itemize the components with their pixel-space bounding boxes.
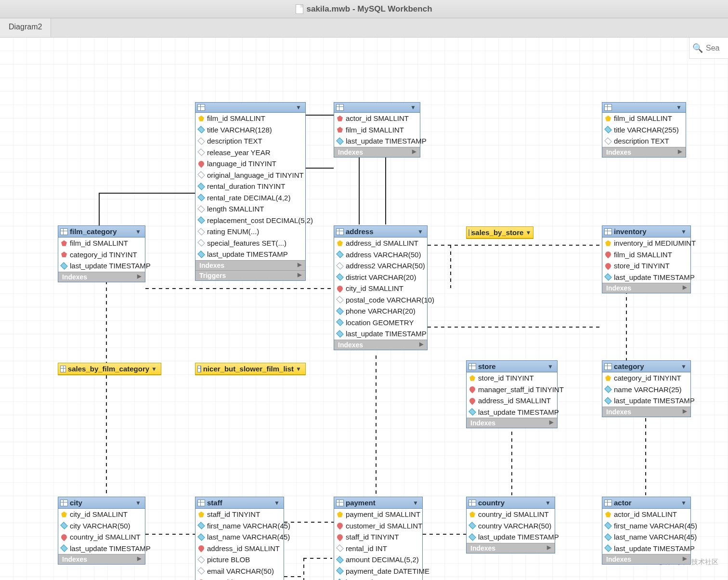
column-row[interactable]: last_update TIMESTAMP	[58, 260, 145, 272]
column-row[interactable]: address2 VARCHAR(50)	[334, 260, 427, 272]
entity-film[interactable]: ▼film_id SMALLINTtitle VARCHAR(128)descr…	[195, 102, 306, 281]
column-row[interactable]: country_id SMALLINT	[58, 531, 145, 543]
entity-header[interactable]: store▼	[467, 361, 557, 372]
entity-header[interactable]: country▼	[467, 497, 555, 509]
entity-country[interactable]: country▼country_id SMALLINTcountry VARCH…	[466, 497, 555, 554]
column-row[interactable]: store_id TINYINT	[467, 372, 557, 384]
column-row[interactable]: film_id SMALLINT	[334, 124, 420, 136]
entity-header[interactable]: ▼	[602, 103, 686, 113]
section-indexes[interactable]: Indexes▶	[58, 272, 145, 282]
column-row[interactable]: film_id SMALLINT	[602, 249, 690, 261]
entity-film_actor_top[interactable]: ▼actor_id SMALLINTfilm_id SMALLINTlast_u…	[334, 102, 420, 158]
section-indexes[interactable]: Indexes▶	[602, 407, 690, 417]
entity-category[interactable]: category▼category_id TINYINTname VARCHAR…	[602, 360, 691, 417]
section-triggers[interactable]: Triggers▶	[195, 270, 305, 280]
column-row[interactable]: address_id SMALLINT	[195, 543, 284, 554]
column-row[interactable]: rental_id INT	[334, 543, 422, 554]
column-row[interactable]: actor_id SMALLINT	[602, 509, 690, 520]
section-indexes[interactable]: Indexes▶	[334, 340, 427, 350]
er-canvas[interactable]: @稀土掘金技术社区 film_category▼film_id SMALLINT…	[0, 38, 728, 580]
column-row[interactable]: inventory_id MEDIUMINT	[602, 237, 690, 249]
column-row[interactable]: payment_id SMALLINT	[334, 509, 422, 520]
entity-header[interactable]: category▼	[602, 361, 690, 372]
column-row[interactable]: first_name VARCHAR(45)	[195, 520, 284, 532]
section-indexes[interactable]: Indexes▶	[467, 543, 555, 553]
column-row[interactable]: first_name VARCHAR(45)	[602, 520, 690, 532]
entity-header[interactable]: ▼	[334, 103, 420, 113]
column-row[interactable]: category_id TINYINT	[602, 372, 690, 384]
column-row[interactable]: last_update TIMESTAMP	[58, 543, 145, 554]
column-row[interactable]: postal_code VARCHAR(10)	[334, 294, 427, 306]
entity-header[interactable]: staff▼	[195, 497, 284, 509]
column-row[interactable]: last_update TIMESTAMP	[467, 531, 555, 543]
column-row[interactable]: last_name VARCHAR(45)	[602, 531, 690, 543]
section-indexes[interactable]: Indexes▶	[602, 283, 690, 293]
column-row[interactable]: picture BLOB	[195, 554, 284, 566]
column-row[interactable]: store_id TINYINT	[195, 577, 284, 580]
column-row[interactable]: staff_id TINYINT	[195, 509, 284, 520]
column-row[interactable]: address VARCHAR(50)	[334, 249, 427, 261]
search-input[interactable]	[706, 44, 725, 53]
section-indexes[interactable]: Indexes▶	[602, 554, 690, 564]
entity-actor[interactable]: actor▼actor_id SMALLINTfirst_name VARCHA…	[602, 497, 691, 565]
entity-film_category[interactable]: film_category▼film_id SMALLINTcategory_i…	[58, 225, 145, 282]
column-row[interactable]: customer_id SMALLINT	[334, 520, 422, 532]
column-row[interactable]: original_language_id TINYINT	[195, 170, 305, 181]
entity-sales_by_film_category[interactable]: sales_by_film_category▼	[58, 363, 161, 375]
column-row[interactable]: language_id TINYINT	[195, 158, 305, 170]
column-row[interactable]: release_year YEAR	[195, 147, 305, 158]
column-row[interactable]: film_id SMALLINT	[602, 113, 686, 124]
entity-nicer_but_slower_film_list[interactable]: nicer_but_slower_film_list▼	[195, 363, 306, 375]
section-indexes[interactable]: Indexes▶	[467, 418, 557, 428]
entity-header[interactable]: inventory▼	[602, 226, 690, 237]
entity-header[interactable]: film_category▼	[58, 226, 145, 237]
column-row[interactable]: country_id SMALLINT	[467, 509, 555, 520]
column-row[interactable]: address_id SMALLINT	[334, 237, 427, 249]
section-indexes[interactable]: Indexes▶	[195, 260, 305, 270]
column-row[interactable]: city_id SMALLINT	[58, 509, 145, 520]
entity-header[interactable]: address▼	[334, 226, 427, 237]
column-row[interactable]: length SMALLINT	[195, 203, 305, 215]
entity-film_text[interactable]: ▼film_id SMALLINTtitle VARCHAR(255)descr…	[602, 102, 686, 158]
column-row[interactable]: rental_rate DECIMAL(4,2)	[195, 192, 305, 204]
column-row[interactable]: city_id SMALLINT	[334, 283, 427, 294]
section-indexes[interactable]: Indexes▶	[334, 147, 420, 157]
column-row[interactable]: city VARCHAR(50)	[58, 520, 145, 532]
column-row[interactable]: location GEOMETRY	[334, 317, 427, 329]
column-row[interactable]: last_update TIMESTAMP	[602, 395, 690, 407]
entity-header[interactable]: payment▼	[334, 497, 422, 509]
section-indexes[interactable]: Indexes▶	[602, 147, 686, 157]
column-row[interactable]: address_id SMALLINT	[467, 395, 557, 407]
column-row[interactable]: name VARCHAR(25)	[602, 384, 690, 395]
column-row[interactable]: last_update TIMESTAMP	[195, 249, 305, 260]
column-row[interactable]: last_update TIMESTAMP	[334, 328, 427, 340]
entity-header[interactable]: actor▼	[602, 497, 690, 509]
section-indexes[interactable]: Indexes▶	[58, 554, 145, 564]
entity-payment[interactable]: payment▼payment_id SMALLINTcustomer_id S…	[334, 497, 423, 580]
column-row[interactable]: description TEXT	[195, 135, 305, 147]
column-row[interactable]: staff_id TINYINT	[334, 531, 422, 543]
column-row[interactable]: rating ENUM(...)	[195, 226, 305, 237]
entity-inventory[interactable]: inventory▼inventory_id MEDIUMINTfilm_id …	[602, 225, 691, 293]
column-row[interactable]: country VARCHAR(50)	[467, 520, 555, 532]
column-row[interactable]: description TEXT	[602, 135, 686, 147]
column-row[interactable]: title VARCHAR(128)	[195, 124, 305, 136]
column-row[interactable]: last_update TIMESTAMP	[334, 577, 422, 580]
column-row[interactable]: district VARCHAR(20)	[334, 272, 427, 283]
column-row[interactable]: phone VARCHAR(20)	[334, 305, 427, 317]
column-row[interactable]: rental_duration TINYINT	[195, 181, 305, 192]
column-row[interactable]: email VARCHAR(50)	[195, 566, 284, 577]
tab-diagram[interactable]: Diagram2	[0, 18, 51, 37]
entity-header[interactable]: city▼	[58, 497, 145, 509]
column-row[interactable]: last_update TIMESTAMP	[602, 272, 690, 283]
column-row[interactable]: film_id SMALLINT	[58, 237, 145, 249]
entity-staff[interactable]: staff▼staff_id TINYINTfirst_name VARCHAR…	[195, 497, 284, 580]
column-row[interactable]: payment_date DATETIME	[334, 566, 422, 577]
column-row[interactable]: category_id TINYINT	[58, 249, 145, 261]
search-box[interactable]: 🔍	[689, 38, 728, 59]
column-row[interactable]: special_features SET(...)	[195, 237, 305, 249]
entity-header[interactable]: sales_by_store▼	[467, 227, 533, 238]
column-row[interactable]: last_update TIMESTAMP	[334, 135, 420, 147]
entity-header[interactable]: sales_by_film_category▼	[58, 363, 161, 375]
column-row[interactable]: replacement_cost DECIMAL(5,2)	[195, 215, 305, 226]
